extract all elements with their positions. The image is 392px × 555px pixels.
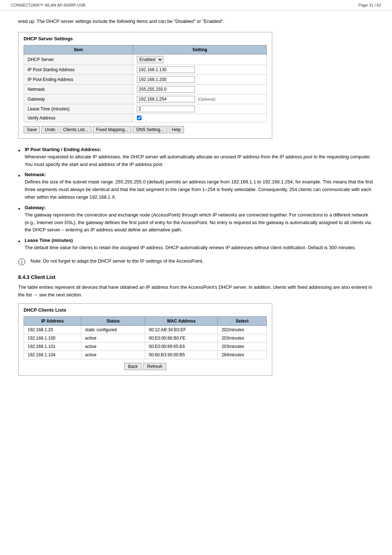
dhcp-row-item-0: DHCP Server (24, 54, 133, 65)
bullet-body-3: The default time value for clients to re… (25, 244, 374, 252)
bullet-section: •IP Pool Starting / Ending Address:Whene… (18, 147, 374, 252)
dhcp-row-setting-2[interactable] (133, 74, 267, 84)
optional-label-4: (Optional) (198, 97, 215, 101)
client-list-section: 8.4.3 Client List The table entries repr… (18, 274, 374, 376)
clients-box: DHCP Clients Lists IP Address Status MAC… (18, 303, 272, 376)
save-button[interactable]: Save (24, 126, 40, 133)
dhcp-row-setting-0[interactable]: EnabledDisabled (133, 54, 267, 65)
col-item-header: Item (24, 45, 133, 54)
dhcp-settings-title: DHCP Server Settings (24, 36, 267, 41)
dhcp-input-4[interactable] (137, 96, 195, 102)
client-row-3: 192.168.1.104active00:60:B3:90:00:B5284m… (24, 351, 267, 359)
dhcp-row-setting-5[interactable] (133, 104, 267, 114)
client-row-1: 192.168.1.100active00:E0:00:86:B0:FE203m… (24, 334, 267, 342)
clients-table: IP Address Status MAC Address Select 192… (24, 316, 267, 359)
dhcp-row-item-3: Netmask (24, 84, 133, 94)
dhcp-input-3[interactable] (137, 86, 195, 93)
client-ip-2: 192.168.1.101 (24, 342, 81, 351)
bullet-content-2: Gateway:The gateway represents the conne… (25, 205, 374, 234)
dns-setting-button[interactable]: DNS Setting... (133, 126, 167, 133)
dhcp-input-2[interactable] (137, 76, 195, 83)
info-icon: ⓘ (18, 258, 27, 266)
dhcp-row-item-1: IP Pool Starting Address (24, 65, 133, 74)
dhcp-row-item-6: Verify Address (24, 114, 133, 122)
help-button[interactable]: Help (169, 126, 184, 133)
client-select-0: 202minutes (218, 325, 267, 334)
col-status-header: Status (81, 316, 145, 325)
brand-label: CONNECT2AIR™ WLAN AP-600RP-USB (11, 3, 85, 7)
client-status-1: active (81, 334, 145, 342)
dhcp-settings-box: DHCP Server Settings Item Setting DHCP S… (18, 32, 272, 139)
page-content: ered up. The DHCP server settings includ… (0, 11, 392, 390)
bullet-dot-1: • (18, 172, 25, 180)
client-list-heading: 8.4.3 Client List (18, 274, 374, 280)
clients-box-title: DHCP Clients Lists (24, 307, 267, 313)
clients-list-button[interactable]: Clients List... (60, 126, 91, 133)
bullet-item-1: •Netmask:Defines the size of the subnet … (18, 172, 374, 201)
bullet-title-3: Lease Time (minutes) (25, 238, 374, 243)
dhcp-settings-table: Item Setting DHCP ServerEnabledDisabledI… (24, 45, 267, 122)
dhcp-row-item-4: Gateway (24, 94, 133, 104)
col-mac-header: MAC Address (145, 316, 217, 325)
dhcp-row-item-5: Lease Time (minutes) (24, 104, 133, 114)
bullet-dot-0: • (18, 147, 25, 155)
client-status-0: static configured (81, 325, 145, 334)
dhcp-input-1[interactable] (137, 66, 195, 73)
bullet-title-2: Gateway: (25, 205, 374, 210)
dhcp-row-item-2: IP Pool Ending Address (24, 74, 133, 84)
dhcp-select-0[interactable]: EnabledDisabled (137, 56, 163, 63)
bullet-item-0: •IP Pool Starting / Ending Address:Whene… (18, 147, 374, 169)
client-status-3: active (81, 351, 145, 359)
dhcp-input-5[interactable] (137, 106, 195, 112)
bullet-body-1: Defines the size of the subnet mask rang… (25, 178, 374, 201)
dhcp-row-setting-1[interactable] (133, 65, 267, 74)
client-row-2: 192.168.1.101active00:E0:00:89:65:E6203m… (24, 342, 267, 351)
client-select-2: 203minutes (218, 342, 267, 351)
fixed-mapping-button[interactable]: Fixed Mapping... (93, 126, 132, 133)
client-mac-3: 00:60:B3:90:00:B5 (145, 351, 217, 359)
bullet-dot-2: • (18, 205, 25, 213)
bullet-dot-3: • (18, 238, 25, 246)
bullet-body-2: The gateway represents the connection an… (25, 211, 374, 234)
note-text: Note: Do not forget to adapt the DHCP se… (30, 258, 203, 265)
client-ip-0: 192.168.1.20 (24, 325, 81, 334)
page-number: Page 31 / 62 (359, 3, 381, 7)
bullet-content-0: IP Pool Starting / Ending Address:Whenev… (25, 147, 374, 169)
client-mac-0: 00:12:AB:34:B3:EF (145, 325, 217, 334)
bullet-body-0: Whenever requested to allocate IP addres… (25, 153, 374, 169)
bullet-content-3: Lease Time (minutes)The default time val… (25, 238, 374, 252)
refresh-button[interactable]: Refresh (143, 363, 166, 370)
col-ip-header: IP Address (24, 316, 81, 325)
bullet-content-1: Netmask:Defines the size of the subnet m… (25, 172, 374, 201)
dhcp-row-setting-6[interactable] (133, 114, 267, 122)
undo-button[interactable]: Undo (41, 126, 58, 133)
intro-text: ered up. The DHCP server settings includ… (18, 18, 374, 25)
bullet-title-1: Netmask: (25, 172, 374, 177)
client-ip-3: 192.168.1.104 (24, 351, 81, 359)
note-box: ⓘ Note: Do not forget to adapt the DHCP … (18, 258, 374, 266)
dhcp-row-setting-4[interactable]: (Optional) (133, 94, 267, 104)
back-button[interactable]: Back (124, 363, 142, 370)
page-header: CONNECT2AIR™ WLAN AP-600RP-USB Page 31 /… (0, 0, 392, 11)
client-ip-1: 192.168.1.100 (24, 334, 81, 342)
bullet-item-3: •Lease Time (minutes)The default time va… (18, 238, 374, 252)
client-status-2: active (81, 342, 145, 351)
client-row-0: 192.168.1.20static configured00:12:AB:34… (24, 325, 267, 334)
client-select-3: 284minutes (218, 351, 267, 359)
dhcp-checkbox-6[interactable] (137, 116, 142, 120)
client-mac-1: 00:E0:00:86:B0:FE (145, 334, 217, 342)
settings-footer: SaveUndoClients List...Fixed Mapping...D… (24, 126, 267, 133)
client-mac-2: 00:E0:00:89:65:E6 (145, 342, 217, 351)
col-select-header: Select (218, 316, 267, 325)
clients-footer: BackRefresh (24, 363, 267, 370)
bullet-item-2: •Gateway:The gateway represents the conn… (18, 205, 374, 234)
dhcp-row-setting-3[interactable] (133, 84, 267, 94)
col-setting-header: Setting (133, 45, 267, 54)
client-list-description: The table entries represent all devices … (18, 284, 374, 299)
client-select-1: 203minutes (218, 334, 267, 342)
bullet-title-0: IP Pool Starting / Ending Address: (25, 147, 374, 152)
